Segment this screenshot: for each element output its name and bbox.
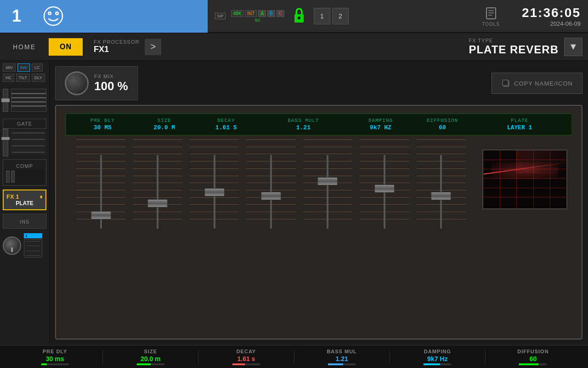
channel-c-badge[interactable]: C — [277, 10, 284, 17]
param-indicator-diffusion — [519, 363, 547, 365]
comp-meter — [5, 170, 44, 184]
fx-mix-value: 100 % — [94, 79, 128, 93]
lcd-param-bassmult: BASS MULT — [257, 118, 350, 123]
fx-mix-text: FX MIX 100 % — [94, 74, 128, 93]
fader-handle-4[interactable] — [261, 192, 281, 200]
param-name-diffusion: DIFFUSION — [517, 349, 548, 354]
fx1-button[interactable]: FX 1 ♦ PLATE — [3, 190, 46, 210]
param-name-damping: DAMPING — [424, 349, 451, 354]
fx1-icon: ♦ — [40, 193, 43, 200]
bottom-bar: PRE DLY 30 ms SIZE 20.0 m DECAY 1.61 s B… — [0, 345, 588, 368]
lock-icon[interactable] — [290, 5, 308, 27]
fader-track-7[interactable] — [440, 155, 442, 229]
clock-date: 2024-06-09 — [522, 20, 581, 27]
ctrl-dly[interactable]: DLY — [32, 74, 45, 82]
svg-rect-12 — [503, 80, 508, 86]
fx-type-label: FX TYPE — [469, 38, 559, 43]
copy-name-button[interactable]: COPY NAME/ICON — [492, 73, 582, 94]
channel-number-label: 1 — [12, 6, 21, 26]
sidebar-slider-area — [11, 89, 46, 112]
lcd-val-diffusion: 60 — [412, 124, 474, 131]
fader-handle-6[interactable] — [374, 184, 395, 193]
slider-group-bassmult — [243, 139, 299, 233]
lcd-val-decay: 1.61 S — [195, 124, 257, 131]
ins-button[interactable]: INS — [3, 214, 46, 229]
ctrl-inv[interactable]: INV — [17, 63, 30, 72]
channel-number[interactable]: 1 — [0, 0, 33, 33]
reverb-grid — [483, 150, 566, 208]
channel-a-badge[interactable]: A — [258, 10, 266, 17]
tools-button[interactable]: TOOLS — [475, 2, 507, 30]
lcd-param-plate: PLATE — [473, 118, 566, 123]
fader-lines — [24, 240, 42, 257]
fader-track-2[interactable] — [157, 155, 158, 229]
fx-mix-knob[interactable] — [65, 71, 89, 95]
param-val-diffusion: 60 — [530, 355, 537, 362]
channel-2-btn[interactable]: 2 — [332, 8, 349, 24]
lcd-val-bassmult: 1.21 — [257, 124, 350, 131]
main-layout: 48V INV LC HC TILT DLY GATE — [0, 61, 588, 345]
copy-icon — [501, 79, 510, 88]
slider-group-7 — [413, 139, 469, 233]
param-name-size: SIZE — [144, 349, 157, 354]
param-bassmul: BASS MUL 1.21 — [294, 349, 390, 365]
home-button[interactable]: HOME — [6, 40, 43, 54]
slider-group-decay — [186, 139, 243, 233]
top-bar: 1 SIP 48K INT A B C SC — [0, 0, 588, 33]
fx-bar: HOME ON FX PROCESSOR FX1 > FX TYPE PLATE… — [0, 33, 588, 61]
lcd-param-diffusion: DIFFUSION — [412, 118, 474, 123]
channel-b-badge[interactable]: B — [267, 10, 275, 17]
sidebar-controls: 48V INV LC HC TILT DLY — [0, 61, 49, 85]
svg-point-3 — [49, 13, 51, 14]
lcd-col-bassmult: BASS MULT 1.21 — [257, 118, 350, 131]
sidebar-sliders — [0, 85, 49, 116]
fader-handle-2[interactable] — [147, 199, 168, 207]
ctrl-48v[interactable]: 48V — [3, 63, 16, 72]
fader-handle-3[interactable] — [204, 188, 225, 196]
fader-track-1[interactable] — [100, 155, 102, 229]
comp-button[interactable]: COMP — [3, 159, 46, 186]
fader-handle-1[interactable] — [91, 211, 111, 219]
fader-track-6[interactable] — [384, 155, 385, 229]
fx-processor-arrow[interactable]: > — [145, 39, 161, 55]
clock-time: 21:36:05 — [522, 6, 581, 20]
level-knob[interactable] — [3, 236, 21, 255]
fader-handle-5[interactable] — [317, 177, 338, 185]
param-val-size: 20.0 m — [141, 355, 161, 362]
param-val-decay: 1.61 s — [237, 355, 255, 362]
lcd-val-damping: 9k7 HZ — [350, 124, 412, 131]
sidebar-slider-1[interactable] — [3, 89, 8, 112]
level-fader-mini[interactable] — [24, 239, 42, 258]
gate-button[interactable]: GATE — [3, 119, 46, 129]
fx-type-info: FX TYPE PLATE REVERB — [469, 38, 559, 56]
param-damping: DAMPING 9k7 Hz — [390, 349, 485, 365]
ins-label: INS — [20, 219, 29, 224]
knob-badges: 1 — [24, 233, 42, 258]
ctrl-lc[interactable]: LC — [32, 63, 43, 72]
channel-icon-area[interactable] — [33, 0, 208, 33]
on-button[interactable]: ON — [49, 38, 83, 56]
fader-track-5[interactable] — [327, 155, 328, 229]
fader-track-3[interactable] — [214, 155, 215, 229]
slider-group-diffusion — [356, 139, 413, 233]
ctrl-hc[interactable]: HC — [3, 74, 14, 82]
fader-track-4[interactable] — [270, 155, 272, 229]
lcd-col-predly: PRE DLY 30 MS — [72, 118, 134, 131]
param-indicator-fill-damping — [424, 363, 440, 365]
sample-rate-box: 48K INT A B C SC — [231, 10, 284, 23]
fx-processor-label: FX PROCESSOR — [94, 39, 139, 45]
param-indicator-fill-predly — [41, 363, 47, 365]
param-name-decay: DECAY — [237, 349, 256, 354]
fx-processor-info: FX PROCESSOR FX1 — [88, 39, 139, 54]
gate-slider-1[interactable] — [3, 129, 8, 156]
fader-handle-7[interactable] — [431, 192, 451, 200]
left-sidebar: 48V INV LC HC TILT DLY GATE — [0, 61, 50, 345]
comp-label: COMP — [16, 163, 33, 169]
channel-1-btn[interactable]: 1 — [314, 8, 330, 24]
sliders-area — [63, 139, 479, 241]
reverb-glow — [492, 162, 558, 179]
channel-buttons: 1 2 — [314, 8, 349, 24]
ctrl-tilt[interactable]: TILT — [16, 74, 30, 82]
fx-type-dropdown[interactable]: ▼ — [564, 38, 582, 56]
param-name-bassmul: BASS MUL — [327, 349, 356, 354]
